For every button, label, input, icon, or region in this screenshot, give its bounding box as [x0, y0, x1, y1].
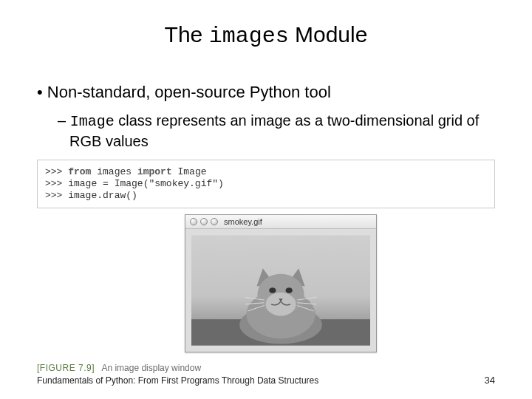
cat-image [191, 235, 370, 346]
bullet-list: Non-standard, open-source Python tool Im… [37, 81, 495, 151]
title-text-2: Module [295, 22, 367, 47]
page-title: The images Module [0, 22, 532, 49]
code-line-3: image.draw() [68, 190, 137, 201]
svg-point-7 [286, 288, 293, 293]
code-block: >>> from images import Image >>> image =… [37, 160, 495, 209]
figure-tag: [FIGURE 7.9] [37, 363, 95, 373]
footer-text: Fundamentals of Python: From First Progr… [37, 375, 318, 386]
code-line-1-a: images [97, 166, 132, 177]
slide: The images Module Non-standard, open-sou… [0, 0, 532, 399]
window-titlebar: smokey.gif [185, 215, 376, 229]
window-title: smokey.gif [224, 217, 262, 226]
bullet-1: Non-standard, open-source Python tool Im… [37, 81, 495, 151]
image-canvas [185, 229, 376, 352]
traffic-light-minimize-icon[interactable] [200, 218, 208, 225]
svg-point-5 [266, 293, 296, 316]
traffic-light-close-icon[interactable] [190, 218, 197, 225]
code-line-1-kw1: from [68, 166, 91, 177]
title-mono: images [209, 24, 289, 49]
code-line-2: image = Image("smokey.gif") [68, 178, 224, 189]
title-text-1: The [165, 22, 209, 47]
svg-point-6 [269, 288, 276, 293]
subbullet-1: Image class represents an image as a two… [58, 111, 495, 151]
figure-caption: An image display window [101, 363, 201, 373]
code-line-1-kw2: import [137, 166, 172, 177]
subbullet-1-text: class represents an image as a two-dimen… [69, 112, 479, 149]
code-line-1-b: Image [178, 166, 207, 177]
traffic-light-zoom-icon[interactable] [211, 218, 218, 225]
body: Non-standard, open-source Python tool Im… [0, 81, 532, 352]
page-number: 34 [485, 375, 495, 386]
subbullet-list: Image class represents an image as a two… [58, 111, 495, 151]
bullet-1-text: Non-standard, open-source Python tool [47, 83, 331, 101]
image-window: smokey.gif [185, 214, 377, 352]
subbullet-1-mono: Image [70, 113, 115, 130]
figure-label: [FIGURE 7.9] An image display window [37, 363, 532, 373]
